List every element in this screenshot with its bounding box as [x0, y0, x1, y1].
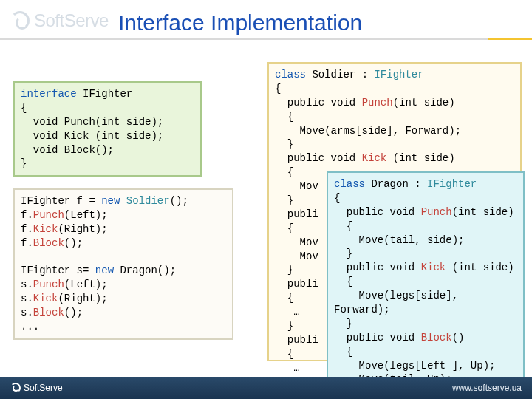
footer-swirl-icon	[10, 383, 21, 393]
code-interface-box: interface IFighter { void Punch(int side…	[13, 81, 202, 177]
footer-logo: SoftServe	[10, 383, 63, 393]
slide-title: Interface Implementation	[118, 10, 362, 35]
code-dragon-box: class Dragon : IFighter { public void Pu…	[327, 171, 525, 399]
footer-brand-name: SoftServe	[24, 383, 63, 393]
brand-logo-top: SoftServe	[10, 10, 109, 31]
footer-bar: SoftServe www.softserve.ua	[0, 377, 532, 399]
code-usage-box: IFighter f = new Soldier(); f.Punch(Left…	[13, 188, 233, 340]
footer-url: www.softserve.ua	[452, 383, 522, 393]
brand-name: SoftServe	[34, 10, 109, 31]
title-accent-bar	[0, 38, 532, 40]
logo-swirl-icon	[10, 11, 30, 30]
